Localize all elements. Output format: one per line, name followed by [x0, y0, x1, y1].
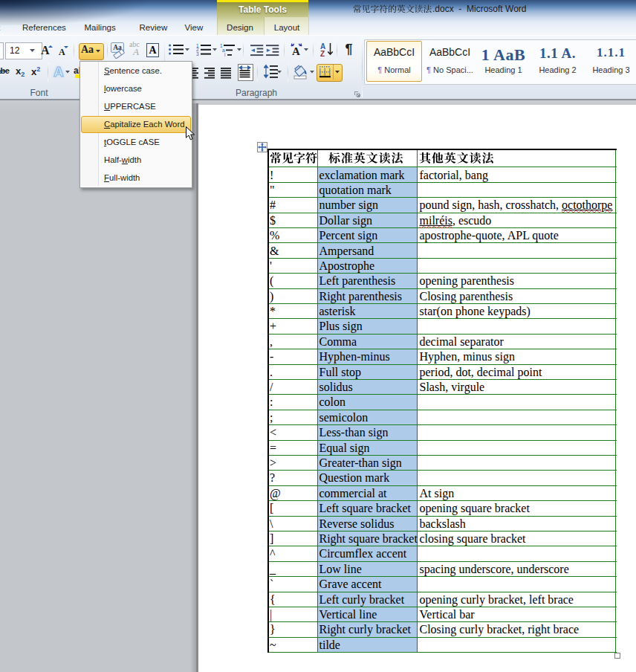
svg-text:i: i	[224, 52, 225, 57]
svg-text:3: 3	[196, 51, 199, 56]
svg-text:Z: Z	[320, 50, 325, 58]
svg-text:A: A	[292, 45, 300, 57]
